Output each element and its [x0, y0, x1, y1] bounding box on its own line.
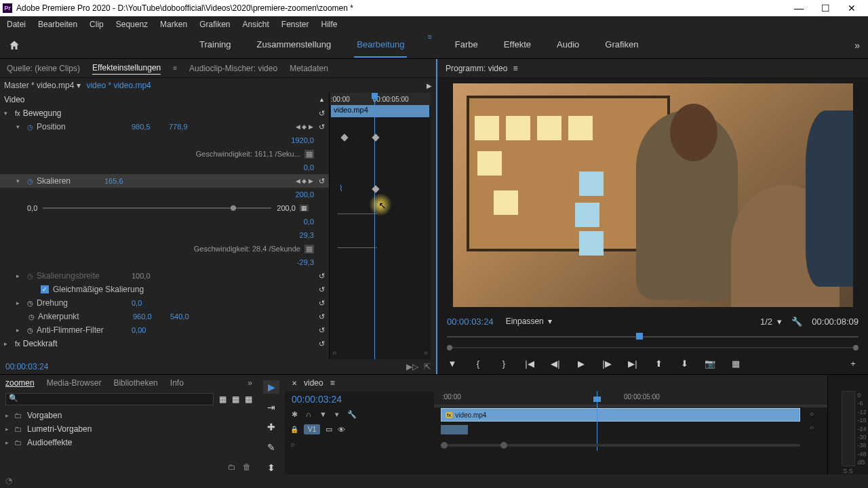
hand-tool[interactable]: ⬍: [263, 461, 279, 474]
stopwatch-icon[interactable]: ◷: [27, 123, 37, 131]
anker-y-value[interactable]: 540,0: [170, 312, 208, 321]
tab-zusammenstellung[interactable]: Zusammenstellung: [254, 33, 334, 58]
export-frame-button[interactable]: 📷: [705, 359, 715, 369]
menu-bearbeiten[interactable]: Bearbeiten: [35, 18, 80, 30]
play-icon[interactable]: ▶: [427, 82, 432, 89]
lock-track-icon[interactable]: 🔒: [290, 426, 298, 433]
list-item[interactable]: ▸🗀Audioeffekte: [5, 436, 252, 449]
keyframe-diamond[interactable]: [372, 185, 379, 192]
ripple-tool[interactable]: ✚: [263, 421, 279, 434]
project-search-input[interactable]: 🔍: [5, 393, 214, 405]
reset-icon[interactable]: ↺: [319, 123, 325, 131]
add-marker-button[interactable]: ▼: [447, 359, 458, 369]
bin-icon[interactable]: ▦: [219, 394, 226, 404]
keyframe-graph[interactable]: :00:0000:00:05:00 video.mp4 ⌇ ↖ ○ ○: [329, 93, 431, 359]
deckkraft-label[interactable]: Deckkraft: [23, 339, 118, 348]
extract-button[interactable]: ⬇: [679, 359, 690, 369]
list-item[interactable]: ▸🗀Lumetri-Vorgaben: [5, 422, 252, 436]
go-to-in-button[interactable]: |◀: [524, 359, 535, 369]
stopwatch-icon[interactable]: ◷: [27, 272, 37, 280]
menu-clip[interactable]: Clip: [87, 18, 106, 30]
drehung-value[interactable]: 0,0: [132, 299, 169, 307]
reset-icon[interactable]: ↺: [319, 285, 325, 294]
tab-audio[interactable]: Audio: [554, 33, 582, 58]
trash-icon[interactable]: 🗑: [243, 462, 251, 472]
menu-datei[interactable]: Datei: [4, 18, 28, 30]
bin-icon-3[interactable]: ▦: [245, 394, 252, 404]
tab-training[interactable]: Training: [197, 33, 233, 58]
menu-ansicht[interactable]: Ansicht: [239, 18, 271, 30]
skalieren-slider[interactable]: [43, 207, 271, 209]
workspace-menu-icon[interactable]: ≡: [427, 33, 431, 58]
timeline-clip[interactable]: fxvideo.mp4: [441, 408, 800, 422]
close-seq-icon[interactable]: ✕: [292, 380, 297, 387]
tab-effekte[interactable]: Effekte: [501, 33, 534, 58]
menu-grafiken[interactable]: Grafiken: [197, 18, 233, 30]
reset-icon[interactable]: ↺: [319, 109, 325, 118]
keyframe-diamond[interactable]: [340, 134, 348, 141]
graph-playhead[interactable]: [374, 93, 375, 359]
workspace-more-icon[interactable]: »: [854, 40, 860, 51]
export-icon[interactable]: ⇱: [424, 362, 431, 371]
step-back-button[interactable]: ◀|: [550, 359, 561, 369]
reset-icon[interactable]: ↺: [319, 326, 325, 335]
program-zoom-bar[interactable]: [447, 343, 859, 352]
list-item[interactable]: ▸🗀Vorgaben: [5, 409, 252, 422]
mark-in-button[interactable]: {: [473, 359, 484, 369]
step-forward-button[interactable]: |▶: [601, 359, 612, 369]
sequence-name[interactable]: video: [304, 378, 323, 388]
graph-view-icon[interactable]: ▶▷: [406, 362, 418, 371]
tab-effekteinstellungen[interactable]: Effekteinstellungen: [92, 62, 161, 75]
stopwatch-icon[interactable]: ◷: [27, 300, 37, 307]
eye-icon[interactable]: 👁: [338, 426, 345, 434]
zoom-level-dropdown[interactable]: 1/2 ▾: [760, 317, 782, 327]
selection-tool[interactable]: ▶: [263, 380, 279, 394]
stopwatch-icon[interactable]: ◷: [28, 313, 38, 321]
track-select-tool[interactable]: ⇥: [263, 401, 279, 414]
menu-marken[interactable]: Marken: [157, 18, 190, 30]
fit-dropdown[interactable]: Einpassen ▾: [506, 317, 553, 326]
solo-buttons[interactable]: S S: [843, 468, 853, 474]
tab-media-browser[interactable]: Media-Browser: [47, 378, 102, 388]
tab-grafiken[interactable]: Grafiken: [602, 33, 641, 58]
timeline-ruler[interactable]: :00:00 00:00:05:00: [434, 391, 827, 405]
clip-chain-label[interactable]: video * video.mp4: [86, 81, 151, 90]
comparison-view-button[interactable]: ▦: [730, 359, 741, 369]
tab-quelle[interactable]: Quelle: (keine Clips): [7, 62, 80, 75]
more-tabs-icon[interactable]: »: [248, 378, 252, 388]
mark-out-button[interactable]: }: [498, 359, 509, 369]
settings-icon[interactable]: ▾: [335, 410, 339, 419]
marker-icon[interactable]: ▼: [319, 410, 327, 418]
reset-icon[interactable]: ↺: [319, 340, 325, 348]
tab-audioclip-mischer[interactable]: Audioclip-Mischer: video: [189, 62, 277, 75]
home-icon[interactable]: [8, 39, 20, 52]
timeline-playhead[interactable]: [597, 391, 597, 451]
pen-tool[interactable]: ✎: [263, 441, 279, 454]
wrench-icon[interactable]: 🔧: [347, 410, 357, 419]
anker-x-value[interactable]: 960,0: [133, 312, 170, 321]
button-editor-icon[interactable]: +: [848, 359, 859, 369]
timeline-time-display[interactable]: 00:00:03:24: [292, 394, 342, 405]
play-button[interactable]: ▶: [576, 359, 587, 369]
reset-icon[interactable]: ↺: [319, 272, 325, 281]
keyframe-diamond[interactable]: [372, 134, 379, 141]
linked-selection-icon[interactable]: ∩: [306, 410, 311, 418]
go-to-out-button[interactable]: ▶|: [627, 359, 638, 369]
stopwatch-icon[interactable]: ◷: [27, 178, 37, 185]
antiflimmer-value[interactable]: 0,00: [132, 326, 169, 334]
program-video-area[interactable]: [437, 78, 868, 312]
new-bin-icon[interactable]: 🗀: [228, 462, 236, 472]
keyframe-nav[interactable]: ◀ ◆ ▶: [296, 123, 313, 130]
position-y-value[interactable]: 778,9: [169, 123, 206, 131]
keyframe-bezier-icon[interactable]: ⌇: [339, 184, 343, 193]
panel-menu-icon[interactable]: ≡: [173, 64, 177, 72]
tab-metadaten[interactable]: Metadaten: [290, 62, 328, 75]
menu-sequenz[interactable]: Sequenz: [113, 18, 151, 30]
lift-button[interactable]: ⬆: [653, 359, 664, 369]
reset-icon[interactable]: ↺: [319, 299, 325, 308]
tab-bearbeitung[interactable]: Bearbeitung: [354, 33, 407, 58]
maximize-button[interactable]: ☐: [821, 3, 830, 14]
tab-farbe[interactable]: Farbe: [452, 33, 481, 58]
panel-menu-icon[interactable]: ≡: [330, 378, 335, 388]
uniform-scale-checkbox[interactable]: ✓: [41, 285, 49, 293]
